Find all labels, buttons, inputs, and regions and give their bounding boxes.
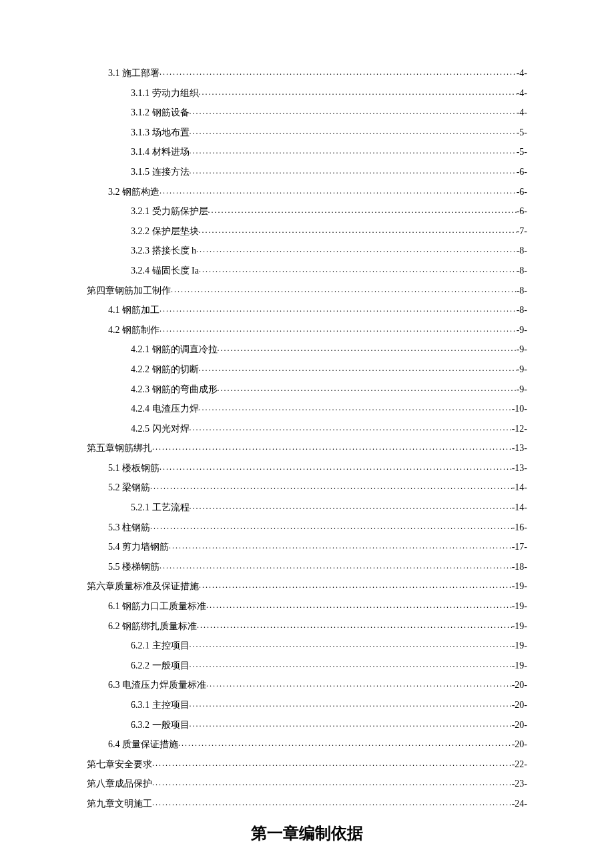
toc-entry: 4.2.2 钢筋的切断 -9- bbox=[87, 363, 527, 376]
toc-entry: 5.1 楼板钢筋 -13- bbox=[87, 462, 527, 475]
toc-entry-label: 4.2.3 钢筋的弯曲成形 bbox=[131, 383, 218, 396]
toc-leader-dots bbox=[199, 225, 517, 236]
toc-entry-label: 6.3.1 主控项目 bbox=[131, 699, 190, 712]
toc-entry-label: 6.2 钢筋绑扎质量标准 bbox=[108, 620, 197, 633]
toc-entry-page: -13- bbox=[512, 442, 527, 455]
toc-entry-label: 4.2.1 钢筋的调直冷拉 bbox=[131, 343, 218, 356]
toc-entry-label: 4.2.2 钢筋的切断 bbox=[131, 363, 199, 376]
toc-entry-page: -13- bbox=[512, 462, 527, 475]
toc-entry-label: 4.2.4 电渣压力焊 bbox=[131, 402, 199, 416]
toc-entry: 3.1.5 连接方法 -6- bbox=[87, 165, 527, 179]
toc-entry-page: -23- bbox=[512, 777, 527, 791]
toc-leader-dots bbox=[208, 205, 517, 216]
toc-leader-dots bbox=[196, 244, 517, 256]
toc-entry-label: 第六章质量标准及保证措施 bbox=[87, 580, 199, 593]
toc-entry: 3.1.3 场地布置 -5- bbox=[87, 126, 527, 139]
toc-leader-dots bbox=[152, 777, 512, 789]
toc-entry-label: 4.1 钢筋加工 bbox=[108, 304, 160, 317]
toc-entry-page: -4- bbox=[517, 67, 527, 80]
toc-leader-dots bbox=[150, 521, 512, 532]
toc-leader-dots bbox=[206, 600, 512, 611]
toc-entry: 6.2 钢筋绑扎质量标准 -19- bbox=[87, 620, 527, 633]
toc-entry-page: -20- bbox=[512, 738, 527, 751]
toc-entry-label: 6.3 电渣压力焊质量标准 bbox=[108, 679, 206, 692]
toc-entry-label: 4.2.5 闪光对焊 bbox=[131, 422, 190, 436]
toc-entry-page: -19- bbox=[512, 600, 527, 613]
toc-leader-dots bbox=[160, 324, 517, 335]
toc-entry-page: -9- bbox=[517, 383, 527, 396]
toc-entry: 3.2.3 搭接长度 h -8- bbox=[87, 244, 527, 258]
toc-leader-dots bbox=[197, 620, 512, 631]
toc-leader-dots bbox=[199, 363, 517, 374]
toc-leader-dots bbox=[190, 145, 517, 157]
toc-entry-label: 第七章安全要求 bbox=[87, 758, 152, 771]
toc-entry-label: 第五章钢筋绑扎 bbox=[87, 442, 152, 455]
toc-entry-page: -14- bbox=[512, 481, 527, 494]
toc-entry-label: 第八章成品保护 bbox=[87, 777, 152, 791]
toc-leader-dots bbox=[160, 560, 512, 572]
toc-entry: 4.2.4 电渣压力焊 -10- bbox=[87, 402, 527, 416]
toc-entry-page: -4- bbox=[517, 87, 527, 100]
toc-entry-label: 3.2.2 保护层垫块 bbox=[131, 225, 199, 238]
toc-entry-page: -8- bbox=[517, 264, 527, 278]
toc-entry: 6.3 电渣压力焊质量标准 -20- bbox=[87, 679, 527, 692]
toc-entry: 3.1 施工部署 -4- bbox=[87, 67, 527, 80]
toc-entry-label: 6.3.2 一般项目 bbox=[131, 719, 190, 732]
toc-leader-dots bbox=[152, 442, 512, 453]
toc-leader-dots bbox=[199, 402, 512, 414]
toc-entry-label: 3.1.5 连接方法 bbox=[131, 165, 190, 179]
toc-entry: 6.2.1 主控项目 -19- bbox=[87, 639, 527, 653]
toc-entry-label: 3.2.4 锚固长度 Ia bbox=[131, 264, 199, 278]
toc-entry: 4.2.3 钢筋的弯曲成形 -9- bbox=[87, 383, 527, 396]
toc-entry-label: 3.1.1 劳动力组织 bbox=[131, 87, 199, 100]
toc-entry-page: -19- bbox=[512, 620, 527, 633]
toc-entry-page: -19- bbox=[512, 580, 527, 593]
toc-entry-label: 3.1.2 钢筋设备 bbox=[131, 106, 190, 119]
toc-entry: 5.2 梁钢筋 -14- bbox=[87, 481, 527, 494]
toc-leader-dots bbox=[190, 659, 512, 671]
toc-leader-dots bbox=[190, 126, 517, 137]
toc-leader-dots bbox=[190, 165, 517, 177]
toc-entry-label: 3.2.1 受力筋保护层 bbox=[131, 205, 208, 218]
toc-leader-dots bbox=[190, 422, 512, 434]
toc-entry: 3.1.2 钢筋设备 -4- bbox=[87, 106, 527, 119]
toc-entry-label: 6.2.1 主控项目 bbox=[131, 639, 190, 653]
toc-entry: 4.2.1 钢筋的调直冷拉 -9- bbox=[87, 343, 527, 356]
toc-entry-label: 5.3 柱钢筋 bbox=[108, 521, 150, 534]
toc-entry-page: -14- bbox=[512, 501, 527, 514]
toc-entry-page: -20- bbox=[512, 679, 527, 692]
toc-entry-page: -16- bbox=[512, 521, 527, 534]
toc-entry: 第八章成品保护 -23- bbox=[87, 777, 527, 791]
toc-entry: 3.1.4 材料进场 -5- bbox=[87, 145, 527, 159]
toc-entry-page: -10- bbox=[512, 402, 527, 416]
toc-leader-dots bbox=[199, 580, 512, 591]
toc-leader-dots bbox=[190, 699, 512, 710]
toc-entry: 4.1 钢筋加工 -8- bbox=[87, 304, 527, 317]
toc-entry-page: -24- bbox=[512, 797, 527, 811]
toc-leader-dots bbox=[206, 679, 512, 690]
toc-entry-page: -19- bbox=[512, 659, 527, 673]
toc-entry-page: -4- bbox=[517, 106, 527, 119]
toc-entry-label: 3.1.4 材料进场 bbox=[131, 145, 190, 159]
toc-entry-label: 5.5 楼梯钢筋 bbox=[108, 560, 160, 574]
toc-leader-dots bbox=[160, 304, 517, 315]
toc-leader-dots bbox=[160, 67, 517, 78]
toc-leader-dots bbox=[169, 540, 512, 552]
toc-entry-page: -8- bbox=[517, 304, 527, 317]
toc-entry: 3.2.2 保护层垫块 -7- bbox=[87, 225, 527, 238]
toc-entry: 5.4 剪力墙钢筋 -17- bbox=[87, 540, 527, 554]
toc-entry-label: 5.2 梁钢筋 bbox=[108, 481, 150, 494]
toc-entry: 5.5 楼梯钢筋 -18- bbox=[87, 560, 527, 574]
toc-entry-label: 3.1.3 场地布置 bbox=[131, 126, 190, 139]
toc-entry: 6.4 质量保证措施 -20- bbox=[87, 738, 527, 751]
toc-entry: 5.2.1 工艺流程 -14- bbox=[87, 501, 527, 514]
toc-entry: 6.2.2 一般项目 -19- bbox=[87, 659, 527, 673]
toc-leader-dots bbox=[199, 264, 517, 276]
toc-entry-label: 3.1 施工部署 bbox=[108, 67, 160, 80]
toc-leader-dots bbox=[218, 343, 517, 354]
toc-entry-page: -6- bbox=[517, 205, 527, 218]
toc-leader-dots bbox=[152, 797, 512, 809]
toc-entry-page: -8- bbox=[517, 244, 527, 258]
toc-entry: 3.2.4 锚固长度 Ia -8- bbox=[87, 264, 527, 278]
toc-leader-dots bbox=[152, 758, 512, 769]
